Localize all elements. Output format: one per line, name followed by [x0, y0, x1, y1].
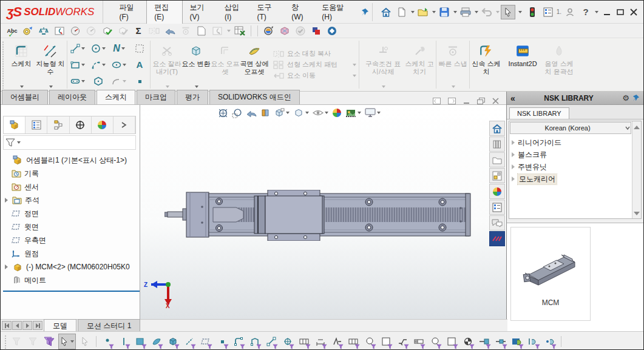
view-settings-icon[interactable] [365, 108, 381, 118]
line-tool[interactable] [67, 40, 88, 56]
filter-dimensions-icon[interactable] [313, 334, 328, 349]
menu-window[interactable]: 창(W) [284, 0, 314, 24]
ellipse-tool[interactable] [109, 56, 129, 73]
view-orientation-icon[interactable] [274, 107, 290, 118]
menu-insert[interactable]: 삽입(I) [217, 0, 249, 24]
zoom-to-area-icon[interactable] [232, 108, 242, 118]
filter-routing-points-icon[interactable] [493, 334, 508, 349]
undo-button[interactable] [480, 5, 494, 19]
repair-sketch-button[interactable]: 스케치 고치기 [405, 39, 434, 90]
save-dropdown-arrow[interactable] [453, 11, 457, 13]
edit-appearance-icon[interactable] [332, 108, 342, 118]
filter-faces-icon[interactable] [133, 334, 147, 349]
filter-sketch-segments-icon[interactable] [264, 334, 279, 349]
doc-minimize-icon[interactable] [463, 98, 470, 104]
measure-icon[interactable] [21, 25, 35, 37]
filter-surface-finish-icon[interactable] [330, 334, 344, 349]
close-icon[interactable] [630, 8, 637, 16]
pane-left-icon[interactable] [433, 98, 441, 104]
print-button[interactable] [458, 5, 473, 19]
tree-filter-field[interactable] [3, 135, 136, 150]
trim-entities-button[interactable]: 요소 잘라내기(T) [152, 39, 181, 90]
category-ball-screw[interactable]: 볼스크류 [512, 149, 631, 161]
performance-evaluation-icon[interactable] [69, 25, 82, 37]
open-dropdown-arrow[interactable] [432, 11, 436, 13]
options-button[interactable] [541, 5, 555, 19]
rapid-sketch-button[interactable]: 신속 스케치 [472, 39, 501, 90]
filter-dropdown-arrow[interactable] [17, 141, 21, 144]
overlap-squares-icon[interactable] [310, 25, 323, 37]
ribbon-drag-handle[interactable] [1, 41, 4, 89]
draft-analysis-icon[interactable] [163, 25, 177, 37]
section-view-icon[interactable] [260, 108, 270, 118]
gear-icon[interactable]: ⚙ [622, 93, 629, 103]
curvature-icon[interactable] [84, 25, 98, 37]
rectangle-tool[interactable] [67, 56, 88, 73]
filter-gtol-icon[interactable] [412, 334, 426, 349]
render-preview-icon[interactable] [262, 25, 276, 37]
nsk-library-tab[interactable]: NSK LIBRARY [509, 107, 569, 119]
tab-solidworks-addins[interactable]: SOLIDWORKS 애드인 [209, 90, 300, 104]
tab-markup[interactable]: 마크업 [137, 90, 175, 104]
fillet-tool[interactable] [109, 73, 129, 89]
tree-item-origin[interactable]: 원점 [3, 247, 140, 260]
new-dropdown-arrow[interactable] [411, 11, 415, 13]
filter-origins-icon[interactable] [280, 334, 295, 349]
select-tool-button[interactable] [501, 5, 515, 19]
filter-datum-targets-icon[interactable] [428, 334, 442, 349]
filter-weld-beads-icon[interactable] [543, 334, 557, 349]
filter-coordinate-systems-icon[interactable] [297, 334, 311, 349]
filter-datums-icon[interactable] [346, 334, 361, 349]
appearances-icon[interactable] [489, 184, 505, 199]
expand-icon[interactable] [512, 164, 515, 169]
menu-help[interactable]: 도움말(H) [314, 0, 356, 24]
check-entity-icon[interactable] [100, 25, 114, 37]
tree-item-right-plane[interactable]: 우측면 [3, 234, 140, 247]
equations-icon[interactable]: Σ [132, 25, 145, 37]
next-tab-button[interactable] [22, 321, 32, 330]
menu-view[interactable]: 보기(V) [183, 0, 217, 24]
custom-properties-icon[interactable] [489, 200, 505, 215]
filter-planes-icon[interactable] [198, 334, 213, 349]
filter-sketch-points-icon[interactable] [215, 334, 229, 349]
sketch-button[interactable]: 스케치 [7, 39, 36, 90]
home-tab-icon[interactable] [489, 121, 505, 136]
quick-snaps-button[interactable]: 빠른 스냅 [438, 39, 467, 90]
language-dropdown[interactable]: Korean (Korea) [510, 122, 631, 134]
instant2d-button[interactable]: Instant2D [501, 39, 544, 90]
help-dropdown-arrow[interactable] [595, 11, 598, 13]
collapse-panel-icon[interactable]: « [510, 93, 515, 103]
text-tool[interactable]: A [129, 56, 150, 73]
arc-tool[interactable] [88, 56, 109, 73]
file-explorer-icon[interactable] [489, 152, 505, 167]
tab-assembly[interactable]: 어셈블리 [2, 90, 48, 104]
doc-close-icon[interactable] [492, 98, 499, 104]
hide-show-items-icon[interactable] [313, 109, 328, 116]
pin-panel-icon[interactable] [632, 94, 640, 102]
import-diagnostics-icon[interactable] [195, 25, 208, 37]
forum-icon[interactable] [489, 215, 505, 231]
clear-all-filters-icon[interactable] [25, 334, 40, 349]
motion-study-tab[interactable]: 모션 스터디 1 [78, 319, 140, 332]
convert-entities-button[interactable]: 요소 변환 [181, 39, 211, 90]
last-tab-button[interactable] [33, 321, 42, 330]
compare-icon[interactable] [116, 25, 129, 37]
tab-sketch[interactable]: 스케치 [97, 90, 135, 104]
export-table-icon[interactable] [233, 25, 246, 37]
open-button[interactable] [416, 5, 430, 19]
filter-annotations-icon[interactable] [444, 334, 459, 349]
mcm-preview-item[interactable]: MCM [510, 227, 591, 321]
polygon-tool[interactable] [88, 73, 109, 89]
nsk-library-tab-icon[interactable] [489, 231, 505, 246]
select-other-icon[interactable] [78, 334, 92, 349]
expand-icon[interactable] [512, 140, 515, 145]
filter-sketches-icon[interactable] [248, 334, 262, 349]
expand-icon[interactable] [512, 177, 515, 181]
menu-edit[interactable]: 편집(E) [146, 0, 182, 25]
slot-tool[interactable] [67, 73, 88, 89]
sketch-check-icon[interactable] [211, 25, 224, 37]
catalog-scrollbar[interactable] [632, 121, 641, 218]
graphics-viewport[interactable]: Z X [140, 105, 507, 319]
select-dropdown-arrow[interactable] [517, 5, 524, 19]
filter-notes-icon[interactable] [379, 334, 393, 349]
